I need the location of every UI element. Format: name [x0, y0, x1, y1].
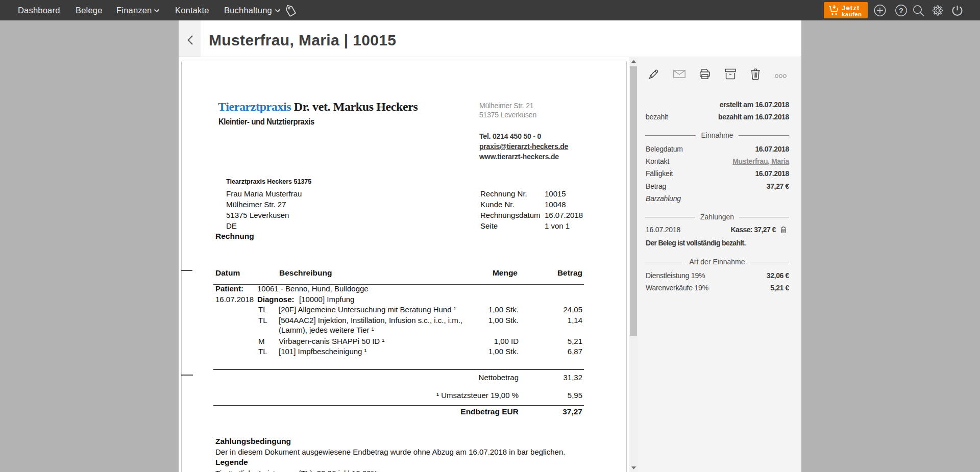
- svg-text:?: ?: [899, 7, 903, 15]
